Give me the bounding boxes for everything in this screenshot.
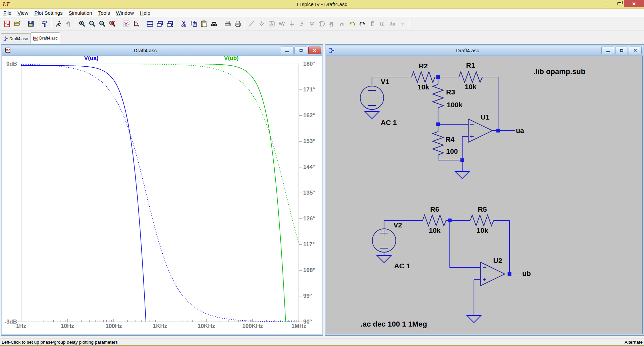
menu-file[interactable]: File — [1, 9, 14, 16]
schematic-minimize-button[interactable] — [601, 47, 614, 54]
r5-value[interactable]: 10k — [476, 226, 488, 234]
cut-icon[interactable] — [179, 19, 189, 29]
opamp-symbol[interactable] — [481, 262, 505, 286]
new-schematic-icon[interactable] — [2, 19, 12, 29]
tab-1-schematic[interactable]: Draft4.asc — [1, 33, 30, 44]
zoom-extents-icon[interactable] — [107, 19, 117, 29]
zoom-out-icon[interactable] — [97, 19, 107, 29]
resistor-symbol[interactable] — [433, 132, 443, 155]
wire-icon — [247, 19, 257, 29]
v2-name[interactable]: V2 — [393, 221, 402, 229]
window-minimize-button[interactable] — [602, 0, 613, 7]
label-icon — [267, 19, 277, 29]
menu-plot-settings[interactable]: Plot Settings — [32, 9, 65, 16]
menu-window[interactable]: Window — [113, 9, 137, 16]
tab-2-waveform[interactable]: Draft4.asc — [31, 32, 60, 44]
zoom-in-icon[interactable] — [77, 19, 87, 29]
resistor-symbol[interactable] — [433, 84, 443, 108]
plus-sign — [368, 87, 376, 94]
run-icon[interactable] — [53, 19, 63, 29]
waveform-pane[interactable]: 0dB-3dB180°171°162°153°144°135°126°117°1… — [2, 56, 322, 334]
ground-symbol[interactable] — [455, 171, 469, 179]
pan-axes-icon[interactable] — [131, 19, 141, 29]
tile-vertical-icon[interactable] — [165, 19, 175, 29]
r2-value[interactable]: 10k — [417, 83, 429, 91]
trace-magnitude-V(ub)[interactable] — [21, 64, 286, 322]
spice-lib-directive[interactable]: .lib opamp.sub — [533, 67, 585, 76]
resistor-symbol[interactable] — [423, 215, 446, 226]
print-icon[interactable] — [233, 19, 243, 29]
freq-axis-label: 100Hz — [105, 323, 122, 329]
wire-junction — [436, 123, 440, 126]
schematic-restore-button[interactable] — [615, 47, 628, 54]
r4-value[interactable]: 100 — [446, 147, 458, 155]
ltspice-main-window: LT LTspice IV - Draft4.asc ✕ FileViewPlo… — [0, 0, 644, 346]
svg-text:Aa: Aa — [389, 21, 395, 26]
trace-magnitude-V(ua)[interactable] — [21, 66, 146, 322]
redo-icon[interactable] — [357, 19, 367, 29]
r2-name[interactable]: R2 — [419, 62, 428, 70]
net-label-ua[interactable]: ua — [516, 127, 524, 134]
schematic-window-titlebar[interactable]: Draft4.asc ✕ — [326, 46, 643, 56]
u1-name[interactable]: U1 — [481, 113, 490, 121]
r3-value[interactable]: 100k — [447, 101, 463, 109]
net-label-ub[interactable]: ub — [522, 270, 531, 277]
zoom-back-icon[interactable] — [87, 19, 97, 29]
r1-name[interactable]: R1 — [466, 61, 475, 69]
trace-phase-V(ub)[interactable] — [21, 64, 299, 243]
toolbar-separator — [38, 19, 38, 28]
r5-name[interactable]: R5 — [478, 205, 487, 213]
menu-view[interactable]: View — [15, 9, 31, 16]
schematic-window-title: Draft4.asc — [336, 48, 599, 53]
r3-name[interactable]: R3 — [446, 88, 455, 96]
menu-simulation[interactable]: Simulation — [66, 9, 95, 16]
schematic-close-button[interactable]: ✕ — [629, 47, 642, 54]
copy-icon[interactable] — [189, 19, 199, 29]
opamp-symbol[interactable] — [468, 119, 492, 142]
resistor-symbol[interactable] — [470, 215, 494, 226]
resistor-symbol[interactable] — [459, 72, 482, 82]
r4-name[interactable]: R4 — [445, 135, 454, 143]
spice-ac-directive[interactable]: .ac dec 100 1 1Meg — [361, 320, 427, 328]
control-panel-icon[interactable] — [40, 19, 50, 29]
schematic-canvas[interactable]: .lib opamp.sub.ac dec 100 1 1MegV1AC 1R2… — [326, 56, 643, 334]
resistor-symbol[interactable] — [412, 72, 435, 82]
capacitor-icon — [287, 19, 297, 29]
legend-V(ub)[interactable]: V(ub) — [224, 56, 238, 61]
window-restore-button[interactable] — [614, 0, 625, 7]
toolbar: Aa.op — [0, 17, 644, 30]
mdi-area: Draft4.asc ✕ 0dB-3dB180°171°162°153°144°… — [0, 44, 644, 338]
menu-tools[interactable]: Tools — [96, 9, 113, 16]
menu-help[interactable]: Help — [137, 9, 153, 16]
tile-horizontal-icon[interactable] — [145, 19, 155, 29]
schematic-doc-icon — [3, 36, 8, 41]
waveform-minimize-button[interactable] — [281, 47, 293, 54]
waveform-window-title: Draft4.asc — [12, 48, 278, 53]
v1-value[interactable]: AC 1 — [381, 119, 397, 126]
save-icon[interactable] — [26, 19, 36, 29]
legend-V(ua)[interactable]: V(ua) — [84, 56, 99, 61]
autorange-icon[interactable] — [121, 19, 131, 29]
print-preview-icon[interactable] — [223, 19, 233, 29]
u2-name[interactable]: U2 — [493, 257, 502, 264]
ground-symbol[interactable] — [365, 112, 379, 119]
ground-symbol[interactable] — [377, 256, 391, 263]
waveform-close-button[interactable]: ✕ — [308, 47, 321, 54]
v1-name[interactable]: V1 — [381, 78, 389, 85]
find-icon[interactable] — [209, 19, 219, 29]
waveform-window-titlebar[interactable]: Draft4.asc ✕ — [2, 46, 322, 56]
open-icon[interactable] — [12, 19, 22, 29]
r1-value[interactable]: 10k — [465, 83, 476, 90]
v2-value[interactable]: AC 1 — [394, 262, 410, 270]
status-bar: Left-Click to set up phase/group delay p… — [0, 338, 644, 346]
waveform-restore-button[interactable] — [294, 47, 307, 54]
phase-axis-label: 108° — [303, 267, 315, 273]
window-close-button[interactable]: ✕ — [624, 0, 644, 7]
r6-value[interactable]: 10k — [429, 226, 440, 234]
r6-name[interactable]: R6 — [430, 205, 439, 213]
ground-icon — [257, 19, 267, 29]
undo-icon[interactable] — [347, 19, 357, 29]
freq-axis-label: 1Hz — [16, 323, 26, 329]
ground-symbol[interactable] — [467, 316, 481, 323]
cascade-icon[interactable] — [155, 19, 165, 29]
